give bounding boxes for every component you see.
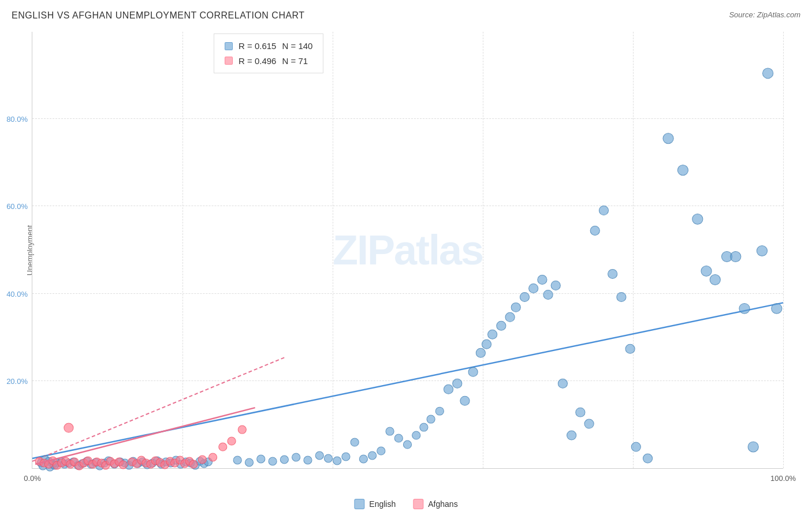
svg-point-68: [468, 367, 478, 376]
svg-line-0: [32, 303, 783, 458]
svg-point-53: [342, 453, 350, 461]
svg-point-86: [608, 269, 617, 278]
y-label-80: 80.0%: [6, 115, 28, 124]
stat-swatch-blue: [225, 42, 233, 50]
svg-point-102: [772, 303, 782, 314]
svg-point-88: [625, 344, 635, 353]
svg-point-99: [748, 442, 758, 452]
svg-point-60: [403, 441, 411, 449]
stat-row-blue: R = 0.615 N = 140: [225, 39, 312, 54]
svg-point-73: [505, 312, 515, 322]
svg-point-54: [351, 438, 359, 446]
svg-point-142: [238, 426, 246, 434]
svg-point-81: [567, 431, 576, 440]
svg-point-100: [757, 246, 767, 256]
stat-n-pink: N = 71: [282, 54, 308, 69]
svg-point-75: [520, 292, 529, 301]
stat-row-pink: R = 0.496 N = 71: [225, 54, 312, 69]
svg-point-58: [386, 427, 394, 435]
source-label: Source: ZipAtlas.com: [729, 10, 800, 19]
legend: English Afghans: [354, 499, 457, 509]
svg-point-55: [359, 455, 367, 463]
svg-point-61: [412, 431, 420, 439]
svg-point-59: [394, 434, 403, 442]
legend-label-afghans: Afghans: [428, 499, 457, 509]
stat-r-pink: R = 0.496: [239, 54, 276, 69]
y-label-60: 60.0%: [6, 202, 28, 211]
svg-point-47: [280, 456, 288, 464]
svg-point-85: [599, 206, 608, 215]
svg-point-63: [427, 415, 435, 423]
legend-box-afghans: [413, 499, 423, 509]
svg-line-143: [35, 408, 255, 464]
chart-title: ENGLISH VS AFGHAN UNEMPLOYMENT CORRELATI…: [12, 10, 305, 21]
svg-point-62: [420, 423, 428, 431]
stat-n-blue: N = 140: [282, 39, 312, 54]
svg-point-91: [663, 133, 673, 144]
svg-point-50: [315, 451, 323, 460]
svg-point-74: [511, 303, 520, 312]
svg-point-101: [762, 68, 773, 79]
svg-point-79: [551, 281, 560, 290]
svg-point-44: [245, 458, 253, 467]
svg-point-77: [538, 275, 547, 284]
svg-point-141: [228, 437, 236, 445]
stat-r-blue: R = 0.615: [239, 39, 276, 54]
svg-point-80: [558, 379, 567, 388]
svg-point-71: [488, 330, 497, 339]
svg-point-70: [482, 339, 491, 349]
chart-container: ENGLISH VS AFGHAN UNEMPLOYMENT CORRELATI…: [0, 0, 812, 515]
stat-swatch-pink: [225, 57, 233, 65]
svg-point-56: [368, 451, 376, 460]
svg-point-67: [460, 396, 470, 405]
svg-point-46: [269, 457, 277, 465]
legend-english: English: [354, 499, 396, 509]
svg-point-93: [692, 214, 703, 225]
svg-point-69: [476, 348, 485, 357]
svg-point-82: [576, 408, 585, 417]
chart-area: 80.0% 60.0% 40.0% 20.0% 0.0% 100.0% ZIPa…: [32, 32, 783, 469]
y-label-20: 20.0%: [6, 376, 28, 385]
scatter-plot: [32, 32, 783, 468]
svg-point-97: [731, 251, 741, 262]
svg-point-57: [377, 447, 385, 455]
svg-point-65: [444, 385, 453, 394]
legend-box-english: [354, 499, 364, 509]
x-label-0: 0.0%: [24, 474, 41, 483]
svg-point-123: [64, 423, 73, 432]
svg-point-48: [292, 453, 300, 461]
svg-point-138: [198, 456, 206, 464]
svg-point-92: [677, 165, 688, 176]
stat-box: R = 0.615 N = 140 R = 0.496 N = 71: [214, 33, 323, 73]
svg-point-83: [584, 419, 594, 428]
svg-point-78: [543, 290, 553, 299]
svg-point-72: [497, 321, 506, 330]
y-label-40: 40.0%: [6, 289, 28, 298]
svg-point-52: [333, 457, 341, 465]
svg-point-76: [529, 283, 538, 293]
legend-afghans: Afghans: [413, 499, 457, 509]
svg-point-87: [617, 292, 626, 301]
svg-point-139: [208, 453, 217, 461]
svg-point-95: [710, 274, 720, 285]
svg-point-64: [435, 407, 444, 415]
legend-label-english: English: [369, 499, 396, 509]
svg-point-140: [219, 443, 227, 451]
svg-point-49: [304, 456, 312, 464]
svg-point-66: [453, 379, 462, 388]
svg-point-89: [631, 442, 640, 451]
svg-point-137: [189, 460, 198, 468]
svg-point-84: [590, 226, 599, 236]
svg-point-90: [643, 454, 652, 463]
x-label-100: 100.0%: [770, 474, 796, 483]
svg-point-98: [739, 303, 750, 314]
svg-point-43: [233, 456, 241, 464]
svg-point-122: [119, 461, 127, 469]
svg-point-45: [257, 455, 265, 463]
svg-point-94: [701, 266, 712, 276]
svg-point-51: [324, 454, 332, 462]
